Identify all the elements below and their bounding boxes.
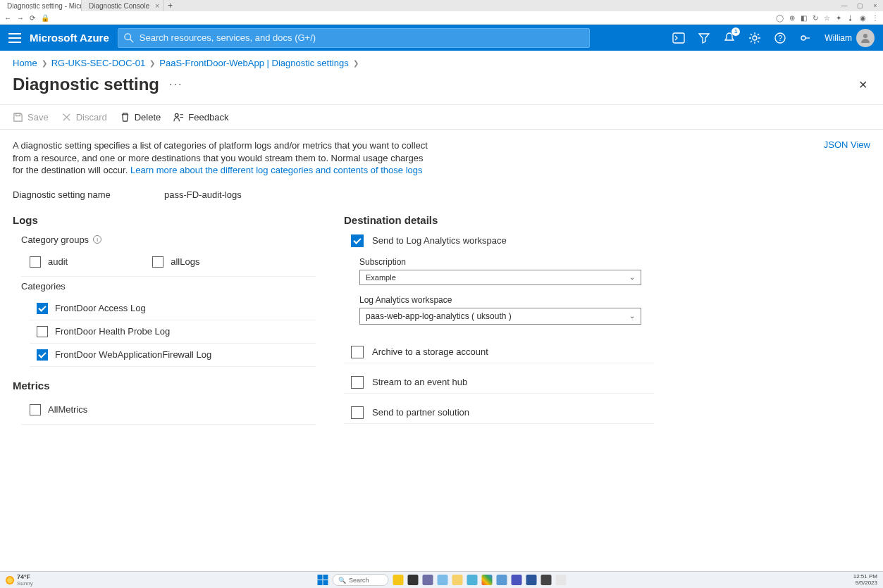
setting-name-label: Diagnostic setting name xyxy=(13,189,164,200)
chevron-down-icon: ⌄ xyxy=(629,312,635,320)
checkbox-checked-icon xyxy=(37,349,48,361)
page-title: Diagnostic setting xyxy=(13,75,159,94)
ext-icon[interactable]: ↻ xyxy=(813,14,818,22)
info-icon[interactable]: i xyxy=(93,235,101,244)
browser-toolbar: ← → ⟳ 🔒 ◯ ⊕ ◧ ↻ ☆ ✦ ⭳ ◉ ⋮ xyxy=(0,11,883,25)
taskbar-search[interactable]: 🔍 Search xyxy=(332,574,388,586)
category-health-probe[interactable]: FrontDoor Health Probe Log xyxy=(37,322,316,342)
azure-top-bar: Microsoft Azure 1 ? William xyxy=(0,25,883,51)
taskbar-app-icon[interactable] xyxy=(541,575,551,585)
separator xyxy=(344,393,654,394)
taskbar-app-icon[interactable] xyxy=(437,575,447,585)
breadcrumb-rg[interactable]: RG-UKS-SEC-DOC-01 xyxy=(51,58,146,68)
taskbar-app-icon[interactable] xyxy=(496,575,507,585)
svg-rect-10 xyxy=(16,113,20,115)
close-window-icon[interactable]: × xyxy=(867,0,883,11)
destination-column: Destination details Send to Log Analytic… xyxy=(344,214,654,429)
forward-icon[interactable]: → xyxy=(17,14,24,22)
workspace-dropdown[interactable]: paas-web-app-log-analytics ( uksouth ) ⌄ xyxy=(359,308,641,325)
filter-icon[interactable] xyxy=(698,32,710,44)
download-icon[interactable]: ⭳ xyxy=(847,14,854,22)
feedback-icon[interactable] xyxy=(799,32,812,44)
destination-heading: Destination details xyxy=(344,214,654,226)
close-blade-button[interactable]: ✕ xyxy=(856,75,870,94)
chevron-down-icon: ⌄ xyxy=(629,273,635,281)
json-view-link[interactable]: JSON View xyxy=(824,139,870,150)
discard-button[interactable]: Discard xyxy=(61,112,107,123)
profile-icon[interactable]: ◉ xyxy=(860,14,866,22)
allmetrics-checkbox[interactable]: AllMetrics xyxy=(30,400,316,420)
maximize-icon[interactable]: ▢ xyxy=(852,0,867,11)
settings-icon[interactable] xyxy=(748,32,761,44)
category-access-log[interactable]: FrontDoor Access Log xyxy=(37,299,316,318)
lock-icon[interactable]: 🔒 xyxy=(41,14,49,22)
sun-icon xyxy=(6,576,14,584)
minimize-icon[interactable]: — xyxy=(836,0,852,11)
dest-law-checkbox[interactable]: Send to Log Analytics workspace xyxy=(351,234,654,247)
group-alllogs-checkbox[interactable]: allLogs xyxy=(152,252,199,272)
feedback-button[interactable]: Feedback xyxy=(173,112,228,123)
browser-tab-strip: Diagnostic setting - Microsoft A × Diagn… xyxy=(0,0,883,11)
checkbox-icon xyxy=(152,256,163,268)
subscription-dropdown[interactable]: Example ⌄ xyxy=(359,270,641,285)
category-waf-log[interactable]: FrontDoor WebApplicationFirewall Log xyxy=(37,345,316,365)
user-menu[interactable]: William xyxy=(825,29,875,47)
browser-tab-2[interactable]: Diagnostic Console × xyxy=(82,0,163,11)
subscription-label: Subscription xyxy=(359,257,654,267)
browser-tab-title: Diagnostic setting - Microsoft A xyxy=(7,2,82,10)
more-actions-icon[interactable]: ··· xyxy=(166,78,185,91)
search-input[interactable] xyxy=(140,32,583,43)
notifications-icon[interactable]: 1 xyxy=(723,32,736,44)
save-icon xyxy=(13,112,23,123)
taskbar-app-icon[interactable] xyxy=(526,575,536,585)
taskbar-app-icon[interactable] xyxy=(422,575,433,585)
cloud-shell-icon[interactable] xyxy=(672,32,685,44)
bookmark-icon[interactable]: ☆ xyxy=(824,14,830,22)
group-audit-checkbox[interactable]: audit xyxy=(30,252,68,272)
browser-tab-1[interactable]: Diagnostic setting - Microsoft A × xyxy=(0,0,82,11)
system-tray-clock[interactable]: 12:51 PM 9/5/2023 xyxy=(848,574,883,586)
help-icon[interactable]: ? xyxy=(774,32,786,44)
dest-archive-checkbox[interactable]: Archive to a storage account xyxy=(351,346,654,358)
back-icon[interactable]: ← xyxy=(4,14,11,22)
learn-more-link[interactable]: Learn more about the different log categ… xyxy=(130,165,423,175)
checkbox-icon xyxy=(351,346,364,358)
close-icon[interactable]: × xyxy=(155,2,159,10)
weather-widget[interactable]: 74°F Sunny xyxy=(0,573,39,587)
reload-icon[interactable]: ⟳ xyxy=(30,14,35,22)
taskbar-app-icon[interactable] xyxy=(407,575,418,585)
svg-point-5 xyxy=(753,36,757,40)
ext-icon[interactable]: ⊕ xyxy=(789,14,795,22)
portal-menu-icon[interactable] xyxy=(8,33,21,43)
menu-icon[interactable]: ⋮ xyxy=(872,14,879,22)
svg-point-11 xyxy=(175,113,179,117)
command-bar: Save Discard Delete Feedback xyxy=(0,104,883,130)
start-button[interactable] xyxy=(317,575,328,585)
avatar xyxy=(856,29,875,47)
global-search[interactable] xyxy=(118,28,590,48)
taskbar-app-icon[interactable] xyxy=(393,575,403,585)
taskbar-app-icon[interactable] xyxy=(467,575,477,585)
search-icon xyxy=(124,33,134,43)
taskbar-app-icon[interactable] xyxy=(555,575,566,585)
azure-brand[interactable]: Microsoft Azure xyxy=(30,32,109,44)
checkbox-icon xyxy=(351,376,364,389)
dest-partner-checkbox[interactable]: Send to partner solution xyxy=(351,406,654,419)
discard-icon xyxy=(61,112,72,123)
taskbar-app-icon[interactable] xyxy=(481,575,492,585)
svg-text:?: ? xyxy=(779,35,783,42)
ext-icon[interactable]: ◧ xyxy=(801,14,807,22)
delete-button[interactable]: Delete xyxy=(120,112,161,123)
save-button[interactable]: Save xyxy=(13,112,49,123)
page-header: Diagnostic setting ··· ✕ xyxy=(0,75,883,104)
search-icon: 🔍 xyxy=(338,577,346,584)
breadcrumb-resource[interactable]: PaaS-FrontDoor-WebApp | Diagnostic setti… xyxy=(159,58,348,68)
taskbar-app-icon[interactable] xyxy=(452,575,462,585)
workspace-label: Log Analytics workspace xyxy=(359,295,654,305)
breadcrumb-home[interactable]: Home xyxy=(13,58,37,68)
taskbar-app-icon[interactable] xyxy=(511,575,521,585)
extensions-icon[interactable]: ✦ xyxy=(836,14,841,22)
ext-icon[interactable]: ◯ xyxy=(776,14,784,22)
dest-eventhub-checkbox[interactable]: Stream to an event hub xyxy=(351,376,654,389)
new-tab-button[interactable]: + xyxy=(163,1,177,11)
